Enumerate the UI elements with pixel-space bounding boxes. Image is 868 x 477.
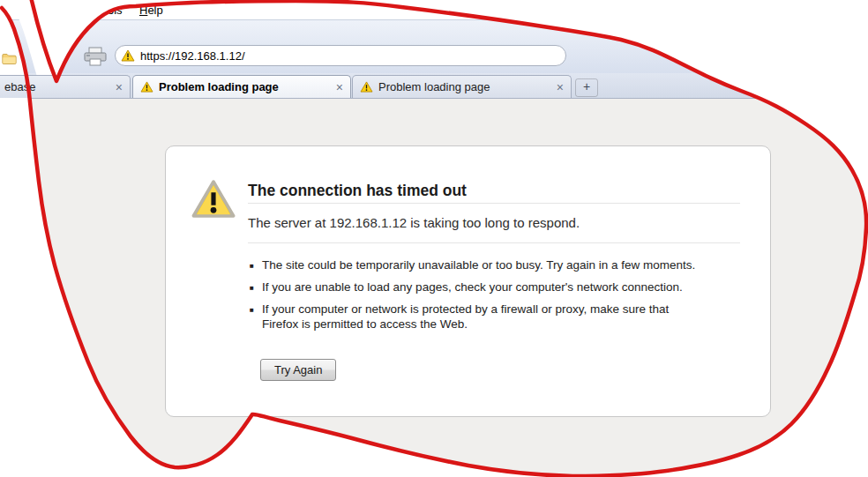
divider <box>248 203 740 204</box>
warning-icon <box>360 81 373 93</box>
close-icon[interactable]: × <box>557 81 564 93</box>
menu-item-tools-partial[interactable]: ols <box>108 4 123 17</box>
suggestion-item: If you are unable to load any pages, che… <box>250 279 707 294</box>
error-message: The server at 192.168.1.12 is taking too… <box>248 215 580 230</box>
suggestion-item: The site could be temporarily unavailabl… <box>250 257 707 272</box>
error-title: The connection has timed out <box>248 182 467 200</box>
tab-problem-loading-2[interactable]: Problem loading page × <box>352 75 572 98</box>
navigation-toolbar: ter Companies Contact Portals Finanzen/B… <box>0 19 868 74</box>
tab-title: Problem loading page <box>378 80 550 93</box>
menu-item-help[interactable]: Help <box>139 4 163 17</box>
divider <box>248 242 740 243</box>
printer-icon <box>82 47 108 66</box>
tab-title: ebase <box>4 80 108 93</box>
page-content: The connection has timed out The server … <box>0 99 868 477</box>
print-button[interactable] <box>82 47 108 66</box>
menu-bar: ols Help <box>0 0 868 19</box>
error-panel: The connection has timed out The server … <box>165 145 771 417</box>
warning-icon <box>140 81 153 93</box>
tab-ebase[interactable]: ebase × <box>0 75 131 98</box>
address-bar[interactable] <box>115 45 566 66</box>
error-suggestions: The site could be temporarily unavailabl… <box>250 257 707 339</box>
close-icon[interactable]: × <box>116 81 123 93</box>
folder-icon <box>2 53 17 65</box>
tab-problem-loading-active[interactable]: Problem loading page × <box>132 75 351 98</box>
browser-window: ols Help ter Companies Contact Port <box>0 0 868 477</box>
warning-icon <box>121 49 135 62</box>
plus-icon: + <box>583 79 590 93</box>
new-tab-button[interactable]: + <box>575 78 598 97</box>
try-again-button[interactable]: Try Again <box>260 359 336 381</box>
warning-triangle-icon <box>191 179 236 219</box>
suggestion-item: If your computer or network is protected… <box>250 302 707 332</box>
bookmark-folder-fragment <box>2 53 17 69</box>
url-input[interactable] <box>140 49 560 63</box>
close-icon[interactable]: × <box>336 81 343 93</box>
tab-title: Problem loading page <box>159 80 329 93</box>
tab-bar: ebase × Problem loading page × Problem l… <box>0 73 868 99</box>
